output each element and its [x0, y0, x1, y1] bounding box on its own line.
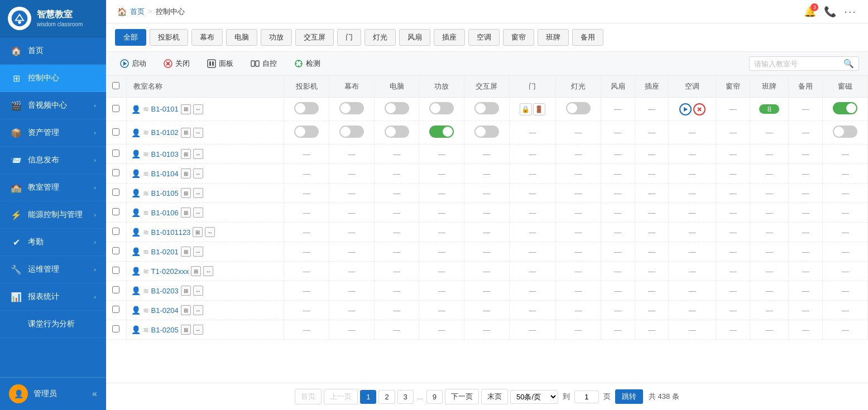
filter-btn-风扇[interactable]: 风扇 [399, 29, 430, 46]
grid-icon[interactable]: ⊞ [181, 128, 191, 138]
filter-btn-窗帘[interactable]: 窗帘 [503, 29, 534, 46]
row-checkbox[interactable] [106, 281, 126, 301]
breadcrumb-home[interactable]: 首页 [130, 7, 145, 17]
filter-btn-班牌[interactable]: 班牌 [538, 29, 569, 46]
sidebar-item-info[interactable]: 📨 信息发布 › [0, 147, 106, 174]
cell-computer[interactable] [374, 121, 419, 144]
cell-magnet[interactable] [823, 98, 868, 121]
cell-ac[interactable] [669, 98, 716, 121]
pg-9[interactable]: 9 [426, 390, 443, 404]
cell-light[interactable] [556, 98, 601, 121]
sidebar-item-classroom[interactable]: 🏫 教室管理 › [0, 174, 106, 201]
toggle[interactable] [385, 102, 409, 114]
sync-icon[interactable]: ↔ [193, 128, 203, 138]
lock-icon[interactable]: 🔒 [520, 103, 532, 115]
row-select-checkbox[interactable] [112, 247, 119, 254]
sidebar-item-assets[interactable]: 📦 资产管理 › [0, 119, 106, 147]
pg-3[interactable]: 3 [397, 390, 414, 404]
cell-curtain[interactable] [329, 98, 375, 121]
sync-icon[interactable]: ↔ [193, 149, 203, 159]
sync-icon[interactable]: ↔ [193, 104, 203, 114]
sync-icon[interactable]: ↔ [193, 286, 203, 296]
cell-computer[interactable] [374, 98, 419, 121]
panel-button[interactable]: 面板 [202, 57, 238, 70]
cell-amplifier[interactable] [419, 98, 464, 121]
ac-stop-btn[interactable] [693, 103, 706, 115]
sidebar-item-home[interactable]: 🏠 首页 [0, 37, 106, 65]
grid-icon[interactable]: ⊞ [191, 266, 201, 276]
row-checkbox[interactable] [106, 98, 126, 121]
row-checkbox[interactable] [106, 184, 126, 203]
sidebar-item-energy[interactable]: ⚡ 能源控制与管理 › [0, 201, 106, 229]
filter-btn-功放[interactable]: 功放 [261, 29, 292, 46]
row-select-checkbox[interactable] [112, 228, 119, 235]
row-select-checkbox[interactable] [112, 128, 119, 136]
toggle[interactable] [429, 126, 454, 138]
filter-btn-幕布[interactable]: 幕布 [191, 29, 223, 46]
pg-jump-input[interactable] [574, 390, 599, 403]
row-select-checkbox[interactable] [112, 169, 119, 176]
start-button[interactable]: 启动 [115, 57, 151, 70]
row-checkbox[interactable] [106, 203, 126, 223]
row-select-checkbox[interactable] [112, 149, 119, 157]
row-select-checkbox[interactable] [112, 189, 119, 196]
pg-next[interactable]: 下一页 [445, 389, 479, 404]
grid-icon[interactable]: ⊞ [193, 227, 203, 237]
filter-btn-空调[interactable]: 空调 [468, 29, 500, 46]
cell-curtain[interactable] [329, 121, 375, 144]
row-select-checkbox[interactable] [112, 105, 119, 112]
row-checkbox[interactable] [106, 320, 126, 340]
row-select-checkbox[interactable] [112, 325, 119, 332]
sync-icon[interactable]: ↔ [203, 266, 213, 276]
toggle[interactable] [833, 126, 857, 138]
filter-btn-门[interactable]: 门 [337, 29, 361, 46]
sidebar-item-report[interactable]: 📊 报表统计 › [0, 283, 106, 311]
collapse-btn[interactable]: « [92, 389, 97, 399]
grid-icon[interactable]: ⊞ [181, 325, 191, 335]
toggle[interactable] [429, 102, 454, 114]
grid-icon[interactable]: ⊞ [181, 286, 191, 296]
more-button[interactable]: ··· [844, 5, 857, 18]
cell-magnet[interactable] [823, 121, 868, 144]
notification-icon[interactable]: 🔔 3 [804, 6, 816, 18]
sidebar-item-ops[interactable]: 🔧 运维管理 › [0, 256, 106, 283]
search-icon[interactable]: 🔍 [843, 59, 854, 69]
toggle[interactable] [339, 126, 364, 138]
filter-btn-交互屏[interactable]: 交互屏 [295, 29, 334, 46]
grid-icon[interactable]: ⊞ [181, 149, 191, 159]
row-checkbox[interactable] [106, 242, 126, 262]
pg-last[interactable]: 末页 [481, 389, 508, 404]
filter-btn-投影机[interactable]: 投影机 [150, 29, 188, 46]
sidebar-item-attendance[interactable]: ✔ 考勤 › [0, 229, 106, 256]
grid-icon[interactable]: ⊞ [181, 168, 191, 179]
filter-btn-电脑[interactable]: 电脑 [226, 29, 257, 46]
row-checkbox[interactable] [106, 121, 126, 144]
per-page-select[interactable]: 50条/页 20条/页 100条/页 [510, 390, 558, 404]
row-select-checkbox[interactable] [112, 306, 119, 313]
auto-button[interactable]: 自控 [246, 57, 281, 70]
cell-amplifier[interactable] [419, 121, 464, 144]
toggle[interactable] [566, 102, 591, 114]
grid-icon[interactable]: ⊞ [181, 188, 191, 198]
sync-icon[interactable]: ↔ [193, 208, 203, 218]
grid-icon[interactable]: ⊞ [181, 208, 191, 218]
row-select-checkbox[interactable] [112, 286, 119, 293]
pg-first[interactable]: 首页 [295, 389, 322, 404]
phone-icon[interactable]: 📞 [824, 6, 836, 18]
row-checkbox[interactable] [106, 301, 126, 320]
toggle[interactable] [294, 102, 319, 114]
stop-button[interactable]: 关闭 [159, 57, 194, 70]
toggle[interactable] [474, 126, 499, 138]
sync-icon[interactable]: ↔ [193, 168, 203, 179]
sync-icon[interactable]: ↔ [205, 227, 215, 237]
grid-icon[interactable]: ⊞ [181, 305, 191, 315]
cell-interactive[interactable] [464, 98, 510, 121]
row-checkbox[interactable] [106, 223, 126, 242]
sync-icon[interactable]: ↔ [193, 188, 203, 198]
row-select-checkbox[interactable] [112, 208, 119, 215]
grid-icon[interactable]: ⊞ [181, 104, 191, 114]
toggle[interactable] [833, 102, 857, 114]
sidebar-item-control[interactable]: ⊞ 控制中心 [0, 65, 106, 92]
row-checkbox[interactable] [106, 262, 126, 281]
cell-projector[interactable] [284, 121, 329, 144]
